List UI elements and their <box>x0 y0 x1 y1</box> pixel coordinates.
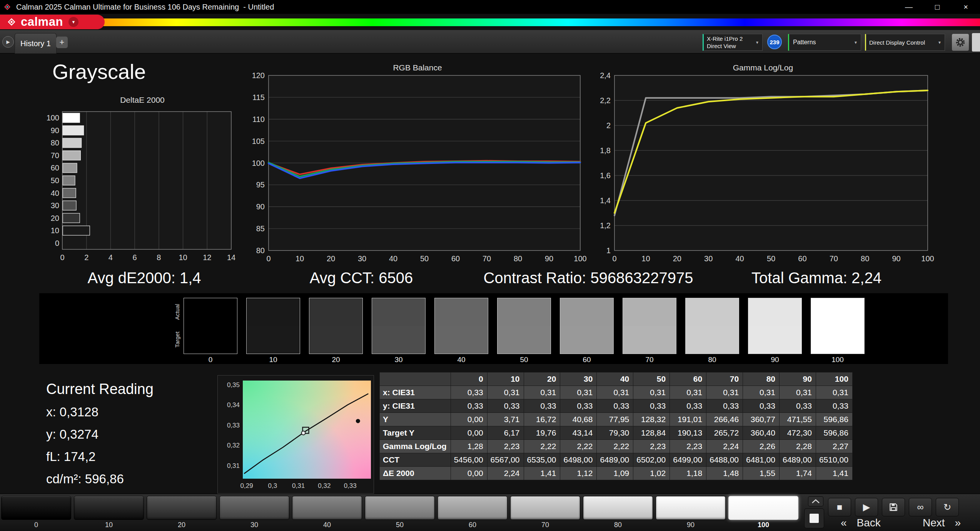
svg-text:10: 10 <box>51 226 59 235</box>
table-cell: 2,23 <box>670 440 706 453</box>
display-control-selector[interactable]: Direct Display Control ▼ <box>865 34 945 51</box>
pattern-button-100[interactable] <box>728 496 798 520</box>
pattern-label: 90 <box>687 521 695 529</box>
target-patch <box>623 326 676 354</box>
loop-icon: ∞ <box>917 502 923 513</box>
chevron-right-icon: » <box>955 517 961 529</box>
loop-button[interactable]: ∞ <box>909 498 932 516</box>
table-col-header: 90 <box>779 372 816 386</box>
close-button[interactable]: × <box>952 0 980 14</box>
svg-text:10: 10 <box>641 254 650 263</box>
add-tab-button[interactable]: + <box>56 37 68 48</box>
next-button[interactable]: Next » <box>923 517 961 529</box>
pattern-options-button[interactable] <box>808 496 823 506</box>
table-cell: 472,30 <box>779 426 816 440</box>
pattern-label: 40 <box>323 521 331 529</box>
table-cell: 0,33 <box>743 399 780 413</box>
pattern-label: 10 <box>105 521 113 529</box>
pattern-button-0[interactable] <box>1 496 71 520</box>
tab-history-1[interactable]: History 1 <box>15 33 57 53</box>
calman-logo[interactable]: calman ▼ <box>0 15 105 29</box>
svg-text:0,34: 0,34 <box>227 401 240 409</box>
table-cell: 128,32 <box>633 413 670 426</box>
table-cell: 6,17 <box>487 426 524 440</box>
actual-patch <box>748 298 801 326</box>
svg-text:0,31: 0,31 <box>227 462 240 469</box>
svg-text:80: 80 <box>256 246 265 255</box>
table-cell: 1,12 <box>560 467 597 480</box>
pattern-button-70[interactable] <box>510 496 580 520</box>
table-cell: 0,33 <box>560 399 597 413</box>
app-icon <box>3 3 12 11</box>
pattern-button-20[interactable] <box>147 496 217 520</box>
table-cell: 0,33 <box>779 399 816 413</box>
next-label: Next <box>923 517 945 529</box>
play-button[interactable]: ▶ <box>855 498 878 516</box>
table-cell: 0,33 <box>487 399 524 413</box>
svg-text:60: 60 <box>798 254 806 263</box>
pattern-window-button[interactable] <box>804 508 824 528</box>
logo-menu-button[interactable]: ▼ <box>68 17 78 27</box>
pattern-bar: 0102030405060708090100 ■ ▶ ∞ ↻ « Back <box>0 494 980 531</box>
svg-text:50: 50 <box>420 254 429 263</box>
table-cell: 6489,00 <box>779 453 816 467</box>
minimize-button[interactable]: — <box>895 0 923 14</box>
maximize-button[interactable]: □ <box>923 0 952 14</box>
svg-text:70: 70 <box>482 254 491 263</box>
svg-text:0,35: 0,35 <box>227 381 240 389</box>
meter-selector[interactable]: X-Rite i1Pro 2 Direct View ▼ <box>703 34 763 51</box>
grayscale-swatch-60: 60 <box>560 298 614 364</box>
table-cell: 0,33 <box>670 399 706 413</box>
actual-patch <box>435 298 488 326</box>
grayscale-swatch-90: 90 <box>748 298 802 364</box>
grayscale-swatches: 0102030405060708090100 <box>184 298 865 364</box>
table-cell: 0,00 <box>451 467 487 480</box>
gamma-chart-title: Gamma Log/Log <box>592 63 934 72</box>
rainbow-gradient <box>0 18 980 26</box>
side-panel-toggle[interactable] <box>972 33 980 52</box>
gear-icon <box>955 37 966 48</box>
swatch-label: 30 <box>394 356 402 364</box>
table-cell: 6481,00 <box>743 453 780 467</box>
svg-text:95: 95 <box>256 180 265 189</box>
patterns-selector[interactable]: Patterns ▼ <box>788 34 861 51</box>
chevron-down-icon: ▼ <box>755 40 759 45</box>
svg-text:0,29: 0,29 <box>240 482 253 489</box>
table-cell: 2,24 <box>706 440 743 453</box>
table-cell: 6489,00 <box>597 453 633 467</box>
table-cell: 0,31 <box>779 386 816 399</box>
pattern-button-40[interactable] <box>292 496 362 520</box>
table-row-label: y: CIE31 <box>380 399 451 413</box>
pattern-button-90[interactable] <box>656 496 726 520</box>
stop-button[interactable]: ■ <box>828 498 851 516</box>
settings-button[interactable] <box>952 34 969 51</box>
pattern-button-10[interactable] <box>74 496 144 520</box>
table-col-header: 80 <box>743 372 780 386</box>
svg-text:0: 0 <box>55 239 59 247</box>
tab-bar: ▶ History 1 + X-Rite i1Pro 2 Direct View… <box>0 30 980 53</box>
svg-text:60: 60 <box>51 164 59 172</box>
svg-text:90: 90 <box>256 202 265 211</box>
svg-text:10: 10 <box>296 254 304 263</box>
pattern-button-60[interactable] <box>437 496 508 520</box>
table-row: Target Y0,006,1719,7643,1479,30128,84190… <box>380 426 853 440</box>
table-cell: 2,22 <box>597 440 633 453</box>
back-button[interactable]: « Back <box>841 517 881 529</box>
pattern-button-80[interactable] <box>583 496 653 520</box>
current-reading-title: Current Reading <box>46 381 154 397</box>
refresh-button[interactable]: ↻ <box>936 498 959 516</box>
svg-text:100: 100 <box>47 114 59 122</box>
save-button[interactable] <box>882 498 905 516</box>
table-cell: 6567,00 <box>487 453 524 467</box>
pattern-button-50[interactable] <box>365 496 435 520</box>
pattern-button-30[interactable] <box>219 496 289 520</box>
grayscale-swatch-40: 40 <box>434 298 488 364</box>
table-col-header: 30 <box>560 372 597 386</box>
svg-text:90: 90 <box>51 126 59 135</box>
svg-text:1,4: 1,4 <box>600 196 611 205</box>
play-icon: ▶ <box>863 502 870 513</box>
table-cell: 190,13 <box>670 426 706 440</box>
history-nav-button[interactable]: ▶ <box>2 36 14 48</box>
table-cell: 0,00 <box>451 413 487 426</box>
svg-text:115: 115 <box>252 93 265 102</box>
